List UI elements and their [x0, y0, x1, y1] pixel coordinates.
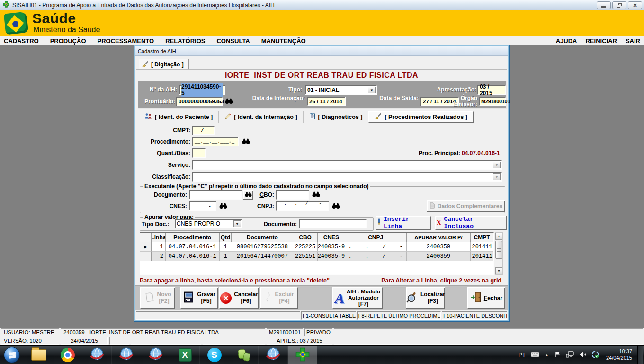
prontuario-label: Prontuário:: [139, 99, 175, 105]
excluir-button[interactable]: Excluir[F4]: [260, 287, 298, 309]
prontuario-search-binoculars-icon[interactable]: [225, 98, 233, 106]
menu-processamento[interactable]: PROCESSAMENTO: [98, 37, 154, 45]
language-indicator[interactable]: PT: [519, 352, 526, 358]
delete-hint: Para apagar a linha, basta selecioná-la …: [140, 277, 330, 284]
classificacao-combobox[interactable]: ▼: [192, 172, 502, 182]
executante-documento-field[interactable]: [189, 190, 242, 200]
executante-documento-search-button[interactable]: [243, 190, 253, 200]
orgao-emissor-field[interactable]: M291800101: [479, 97, 506, 106]
taskbar-skype[interactable]: S: [200, 346, 229, 364]
scroll-down-icon[interactable]: ▼: [495, 267, 502, 274]
taskbar-explorer[interactable]: [26, 346, 52, 364]
tipo-combobox[interactable]: 01 - INICIAL ▼: [305, 85, 377, 95]
excluir-label: Excluir: [275, 291, 294, 298]
cancelar-button[interactable]: ✕ Cancelar[F6]: [219, 287, 259, 309]
keyboard-icon[interactable]: [531, 352, 539, 359]
volume-icon[interactable]: [579, 351, 586, 359]
taskbar: X S PT ▲ 10:37 24/04/2015: [0, 345, 644, 364]
updater-icon[interactable]: [591, 351, 599, 360]
taskbar-green-app[interactable]: [229, 346, 259, 364]
dialog-titlebar[interactable]: Cadastro de AIH: [135, 46, 508, 56]
restore-button[interactable]: [612, 1, 626, 9]
cancelar-inclusao-button[interactable]: X Cancelar Inclusão: [435, 216, 507, 230]
scrollbar-thumb[interactable]: [495, 241, 502, 259]
fechar-button[interactable]: Fechar: [467, 287, 505, 309]
localizar-button[interactable]: Localizar[F3]: [406, 287, 445, 309]
menu-ajuda[interactable]: AJUDA: [556, 37, 577, 45]
clipboard-icon: [309, 113, 315, 121]
prontuario-field[interactable]: 000000000059353: [176, 97, 223, 106]
start-button[interactable]: [4, 347, 20, 363]
apresentacao-field[interactable]: 03 / 2015: [477, 85, 506, 95]
show-hidden-icons[interactable]: ▲: [545, 353, 549, 357]
taskbar-globe-app-3[interactable]: [141, 346, 170, 364]
col-apurar-valor[interactable]: APURAR VALOR P/: [407, 233, 471, 242]
grid-row-1[interactable]: ▶ 1 04.07.04.016-1 1 980016279625538 225…: [140, 242, 493, 252]
action-center-flag-icon[interactable]: [554, 351, 561, 359]
inserir-linha-button[interactable]: Inserir Linha: [376, 216, 431, 230]
taskbar-globe-app-2[interactable]: [112, 346, 141, 364]
tab-ident-internacao[interactable]: [ Ident. da Internação ]: [219, 111, 303, 123]
procedimento-search-binoculars-icon[interactable]: [242, 138, 250, 146]
menu-sair[interactable]: SAIR: [626, 37, 640, 45]
col-cmpt[interactable]: CMPT: [471, 233, 493, 242]
dados-complementares-button[interactable]: Dados Complementares: [427, 200, 505, 212]
tab-diagnosticos[interactable]: [ Diagnósticos ]: [304, 111, 369, 123]
menu-reiniciar[interactable]: REINICIAR: [585, 37, 617, 45]
apurar-documento-field[interactable]: [299, 219, 367, 228]
grid-row-2[interactable]: 2 04.07.04.016-1 1 201564714470007 22515…: [140, 252, 493, 261]
taskbar-globe-app-4[interactable]: [259, 346, 288, 364]
taskbar-excel[interactable]: X: [170, 346, 200, 364]
menu-relatorios[interactable]: RELATÓRIOS: [165, 37, 205, 45]
tray-clock[interactable]: 10:37 24/04/2015: [604, 348, 632, 362]
tipo-dropdown-arrow-icon[interactable]: ▼: [368, 87, 376, 93]
taskbar-globe-app-1[interactable]: [82, 346, 112, 364]
minimize-button[interactable]: [597, 1, 611, 9]
taskbar-sisaih-active[interactable]: [288, 346, 317, 364]
procedimento-field[interactable]: __.__.__.___-_: [192, 137, 239, 146]
cnes-field[interactable]: ______-_: [189, 201, 216, 211]
grid-vertical-scrollbar[interactable]: ▲ ▼: [495, 232, 503, 275]
menu-producao[interactable]: PRODUÇÃO: [50, 37, 86, 45]
col-documento[interactable]: Documento: [232, 233, 293, 242]
tab-ident-paciente[interactable]: [ Ident. do Paciente ]: [139, 111, 219, 123]
close-button[interactable]: ✕: [628, 1, 642, 9]
gravar-button[interactable]: Gravar[F5]: [180, 287, 218, 309]
novo-button[interactable]: Novo[F2]: [140, 287, 175, 309]
statusbar-row2: VERSÃO: 1020 24/04/2015 APRES.: 03 / 201…: [0, 337, 644, 345]
cnpj-search-binoculars-icon[interactable]: [332, 202, 340, 210]
col-linha[interactable]: Linha: [152, 233, 166, 242]
cmpt-field[interactable]: __/____: [192, 126, 215, 135]
status-usuario: USUARIO: MESTRE: [1, 328, 59, 336]
show-desktop-button[interactable]: [637, 346, 643, 364]
aih-modulo-autorizador-button[interactable]: A AIH - Módulo Autorizador [F7]: [332, 287, 383, 309]
classificacao-dropdown-arrow-icon[interactable]: ▼: [493, 173, 501, 180]
menu-cadastro[interactable]: CADASTRO: [4, 37, 39, 45]
cell-cmpt: 201411: [471, 252, 493, 261]
cbo-search-binoculars-icon[interactable]: [312, 191, 320, 199]
col-procedimento[interactable]: Procedimento: [166, 233, 220, 242]
scroll-up-icon[interactable]: ▲: [495, 233, 502, 240]
aih-number-field[interactable]: 291411034590-5: [179, 85, 225, 95]
tipo-doc-combobox[interactable]: CNES PROPRIO ▼: [175, 219, 242, 228]
col-cnes[interactable]: CNES: [318, 233, 345, 242]
col-qtd[interactable]: Qtd: [220, 233, 232, 242]
tab-digitacao[interactable]: [ Digitação ]: [139, 59, 189, 70]
servico-dropdown-arrow-icon[interactable]: ▼: [493, 162, 501, 168]
cbo-field[interactable]: [276, 190, 309, 200]
menu-consulta[interactable]: CONSULTA: [216, 37, 250, 45]
data-internacao-field[interactable]: 26 / 11 / 2014: [307, 97, 346, 106]
network-icon[interactable]: [566, 351, 574, 359]
cnes-search-binoculars-icon[interactable]: [219, 202, 227, 210]
procedimentos-grid[interactable]: Linha Procedimento Qtd Documento CBO CNE…: [140, 232, 494, 275]
chrome-icon: [61, 348, 75, 362]
col-cbo[interactable]: CBO: [293, 233, 318, 242]
quant-dias-field[interactable]: ___: [192, 148, 206, 158]
servico-combobox[interactable]: ▼: [192, 160, 502, 170]
cnpj-field[interactable]: __.___.___/____-__: [276, 201, 329, 211]
tipo-doc-dropdown-arrow-icon[interactable]: ▼: [233, 220, 241, 227]
col-cnpj[interactable]: CNPJ: [345, 233, 407, 242]
tab-procedimentos-realizados[interactable]: [ Procedimentos Realizados ]: [368, 111, 474, 123]
taskbar-chrome[interactable]: [53, 346, 82, 364]
menu-manutencao[interactable]: MANUTENÇÃO: [261, 37, 306, 45]
